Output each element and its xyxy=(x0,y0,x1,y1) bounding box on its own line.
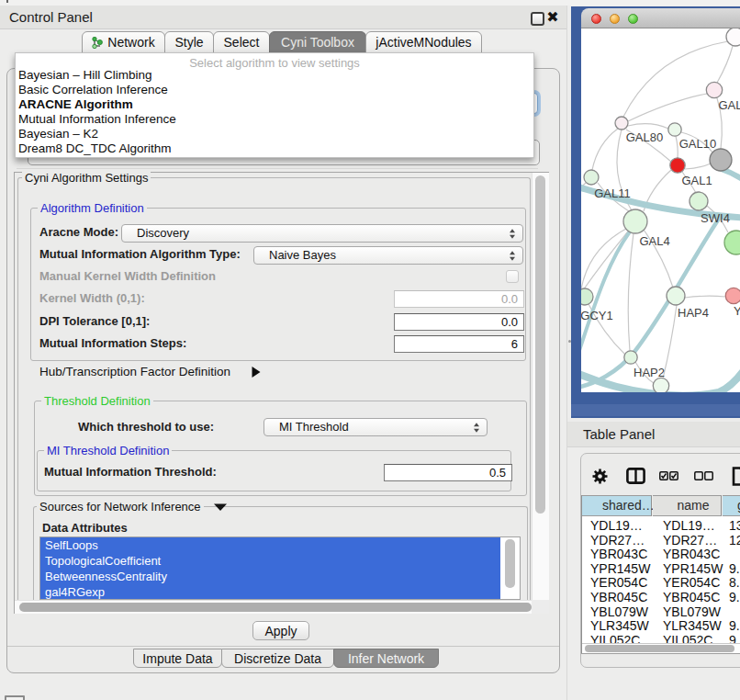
table-row[interactable]: YLR345WYLR345W9. xyxy=(582,619,740,634)
node-gal10[interactable] xyxy=(668,123,681,136)
network-edge[interactable] xyxy=(685,164,711,169)
aracne-mode-combo[interactable]: Discovery xyxy=(121,224,523,243)
tab-jactivemnodules[interactable]: jActiveMNodules xyxy=(365,31,482,53)
node-gal80[interactable] xyxy=(615,117,628,130)
network-edge[interactable] xyxy=(685,296,725,298)
manual-kernel-checkbox[interactable] xyxy=(506,270,519,283)
tab-cyni-toolbox[interactable]: Cyni Toolbox xyxy=(269,31,366,53)
document-icon[interactable] xyxy=(732,467,740,486)
mi-steps-field[interactable]: 6 xyxy=(394,335,524,353)
settings-vscrollbar-thumb[interactable] xyxy=(535,175,545,514)
popup-item[interactable]: Dream8 DC_TDC Algorithm xyxy=(18,141,532,156)
node-gal10-label: GAL10 xyxy=(679,137,716,151)
network-edge[interactable] xyxy=(592,129,618,170)
popup-items: Bayesian – Hill ClimbingBasic Correlatio… xyxy=(18,68,532,156)
node-bottom[interactable] xyxy=(653,378,668,392)
tab-infer-network[interactable]: Infer Network xyxy=(333,649,439,668)
column-header-name[interactable]: name xyxy=(653,495,722,516)
node-swi4[interactable] xyxy=(690,192,708,210)
tab-cyni-toolbox-label: Cyni Toolbox xyxy=(281,35,354,50)
mac-zoom-button[interactable] xyxy=(628,14,638,24)
table-rows[interactable]: YDL19…YDL19…13YDR27…YDR27…12YBR043CYBR04… xyxy=(582,516,740,643)
table-row[interactable]: YDR27…YDR27…12 xyxy=(582,534,740,548)
network-edge[interactable] xyxy=(628,94,707,121)
node-green-right[interactable] xyxy=(724,231,740,254)
list-item[interactable]: BetweennessCentrality xyxy=(40,569,500,584)
algorithm-definition-title: Algorithm Definition xyxy=(38,201,147,215)
popup-item[interactable]: Mutual Information Inference xyxy=(18,112,532,127)
mi-type-label: Mutual Information Algorithm Type: xyxy=(39,247,241,261)
tab-impute-data[interactable]: Impute Data xyxy=(133,649,222,668)
table-row[interactable]: YPR145WYPR145W9. xyxy=(582,562,740,577)
network-canvas[interactable]: GAL2GAL80GAL10GAL1GAL11SWI4GAL4GCY1HAP4Y… xyxy=(581,28,740,392)
panel-divider[interactable] xyxy=(566,6,567,700)
list-scrollbar-thumb[interactable] xyxy=(505,539,515,588)
control-panel-title: Control Panel xyxy=(9,6,93,28)
tab-infer-network-label: Infer Network xyxy=(348,651,424,666)
mac-close-button[interactable] xyxy=(591,14,601,24)
mi-type-combo[interactable]: Naive Bayes xyxy=(253,246,523,265)
checkboxes-checked-icon[interactable] xyxy=(659,471,678,480)
split-view-icon[interactable] xyxy=(626,468,645,484)
popup-item[interactable]: Bayesian – K2 xyxy=(18,127,532,141)
table-row[interactable]: YBR043CYBR043C xyxy=(582,548,740,562)
data-attributes-list[interactable]: SelfLoopsTopologicalCoefficientBetweenne… xyxy=(39,536,521,600)
column-header-shared-name[interactable]: shared… xyxy=(582,495,652,516)
collapse-down-icon[interactable] xyxy=(214,503,227,511)
network-edge[interactable] xyxy=(663,305,677,378)
node-hap2[interactable] xyxy=(624,351,637,364)
dpi-tolerance-field[interactable]: 0.0 xyxy=(394,313,524,331)
table-row[interactable]: YDL19…YDL19…13 xyxy=(582,519,740,534)
network-edge[interactable] xyxy=(676,136,678,158)
node-gal1[interactable] xyxy=(670,158,685,173)
table-row[interactable]: YER054CYER054C8. xyxy=(582,576,740,591)
list-item[interactable]: SelfLoops xyxy=(40,537,500,553)
popup-item[interactable]: ARACNE Algorithm xyxy=(18,97,532,112)
table-cell: YIL052C xyxy=(663,634,712,643)
network-edge[interactable] xyxy=(628,233,633,351)
table-row[interactable]: YBR045CYBR045C9. xyxy=(582,591,740,605)
close-icon[interactable]: ✖ xyxy=(545,9,560,27)
table-row[interactable]: YIL052CYIL052C9 xyxy=(582,634,740,643)
tab-style[interactable]: Style xyxy=(164,31,214,53)
network-edge[interactable] xyxy=(623,41,728,117)
tab-select[interactable]: Select xyxy=(213,31,270,53)
table-row[interactable]: YBL079WYBL079W xyxy=(582,605,740,620)
node-salmon[interactable] xyxy=(725,288,740,303)
table-cell: 13 xyxy=(729,519,740,534)
expand-right-icon[interactable] xyxy=(251,367,261,378)
mi-steps-label: Mutual Information Steps: xyxy=(39,336,186,350)
table-cell: 9. xyxy=(729,591,740,605)
node-gal4[interactable] xyxy=(623,209,647,233)
column-header-third[interactable]: ga… xyxy=(723,495,740,516)
node-gal11[interactable] xyxy=(584,170,599,185)
list-item[interactable]: gal4RGexp xyxy=(40,584,500,600)
node-top-right[interactable] xyxy=(726,28,740,46)
network-edge[interactable] xyxy=(717,46,733,83)
kernel-width-field[interactable]: 0.0 xyxy=(394,290,524,308)
tab-discretize-data[interactable]: Discretize Data xyxy=(221,649,334,668)
mac-minimize-button[interactable] xyxy=(610,14,620,24)
list-item[interactable]: TopologicalCoefficient xyxy=(40,553,500,569)
apply-button[interactable]: Apply xyxy=(252,621,309,640)
node-salmon-label: YBR xyxy=(734,304,740,318)
popup-item[interactable]: Basic Correlation Inference xyxy=(18,83,532,97)
gear-icon[interactable] xyxy=(592,469,608,484)
node-gcy1[interactable] xyxy=(581,288,593,305)
float-window-icon[interactable] xyxy=(531,12,544,26)
mi-threshold-field[interactable]: 0.5 xyxy=(384,464,512,481)
sources-title: Sources for Network Inference xyxy=(37,500,204,514)
table-hscrollbar-thumb[interactable] xyxy=(585,645,734,652)
node-gcy1-label: GCY1 xyxy=(581,309,613,322)
checkboxes-unchecked-icon[interactable] xyxy=(694,471,713,480)
node-gray[interactable] xyxy=(710,149,732,171)
network-edge[interactable] xyxy=(628,124,668,129)
network-graph: GAL2GAL80GAL10GAL1GAL11SWI4GAL4GCY1HAP4Y… xyxy=(581,28,740,392)
settings-hscrollbar-thumb[interactable] xyxy=(19,603,532,612)
tab-network[interactable]: Network xyxy=(82,31,165,53)
node-gal2[interactable] xyxy=(706,82,722,97)
node-hap4[interactable] xyxy=(667,287,685,305)
popup-item[interactable]: Bayesian – Hill Climbing xyxy=(18,68,532,83)
network-window-titlebar[interactable] xyxy=(581,8,740,28)
which-threshold-combo[interactable]: MI Threshold xyxy=(263,418,488,436)
